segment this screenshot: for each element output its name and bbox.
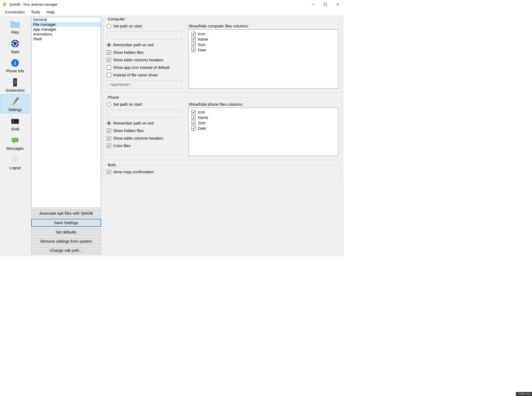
computer-show-hidden-checkbox[interactable]: Show hidden files [107,50,182,55]
checkbox-icon [107,65,111,70]
checkbox-icon [107,58,111,62]
checkbox-icon [191,43,196,47]
phone-path-input[interactable] [107,110,182,118]
checkbox-icon [107,73,111,77]
sidebar-item-label: Logcat [9,166,21,170]
category-app-manager[interactable]: App manager [31,27,101,32]
phone-columns-list: Icon Name Size Date [188,108,338,156]
label: Show app icon instead of default [113,65,170,70]
category-general[interactable]: General [31,17,101,22]
checkbox-icon [191,37,196,41]
phone-icon [9,77,22,88]
sidebar-item-phone-info[interactable]: i Phone info [1,56,30,75]
sidebar-item-label: Phone info [6,69,24,73]
sidebar-item-settings[interactable]: Settings [1,94,30,113]
category-animations[interactable]: Animations [31,32,101,37]
sidebar-item-apps[interactable]: Apps [1,36,30,55]
phone-show-headers-checkbox[interactable]: Show table columns headers [107,136,182,140]
set-defaults-button[interactable]: Set defaults [31,228,101,236]
phone-col-name[interactable]: Name [191,115,335,120]
sidebar-item-label: Files [11,30,19,34]
label: Show table columns headers [113,58,163,62]
menu-connection[interactable]: Connection [2,9,27,15]
save-settings-button[interactable]: Save Settings [31,219,101,227]
label: Remember path on exit [113,121,154,125]
svg-point-18 [17,97,19,100]
category-file-manager[interactable]: File manager [31,22,101,27]
titlebar: QtADB - Your android manager [0,0,344,9]
sidebar-item-messages[interactable]: Messages [1,133,30,152]
phone-legend: Phone [107,95,120,100]
svg-rect-25 [12,156,18,164]
computer-show-headers-checkbox[interactable]: Show table columns headers [107,58,182,62]
computer-remember-radio[interactable]: Remember path on exit [107,43,182,47]
checkbox-icon [107,144,111,148]
checkbox-icon [191,126,196,130]
phone-set-path-radio[interactable]: Set path on start: [107,102,182,107]
svg-point-8 [11,40,19,47]
menu-help[interactable]: Help [44,9,57,15]
sidebar-item-screenshot[interactable]: Screenshot [1,75,30,94]
computer-cols-label: Show/hide computer files columns: [188,24,338,28]
close-button[interactable] [331,0,344,9]
maximize-button[interactable] [319,0,331,9]
phone-col-icon[interactable]: Icon [191,110,335,114]
radio-icon [107,102,111,107]
sidebar-item-label: Messages [6,146,24,151]
sidebar-item-logcat[interactable]: Logcat [1,153,30,171]
chat-icon [9,135,22,146]
checkbox-icon [191,110,196,114]
label: Show hidden files [113,50,144,55]
settings-category-list[interactable]: General File manager App manager Animati… [31,17,101,208]
computer-col-size[interactable]: Size [191,43,335,47]
radio-icon [107,43,111,47]
app-icon [2,2,7,7]
svg-rect-22 [12,138,18,142]
show-copy-confirmation-checkbox[interactable]: show copy confirmation [107,170,338,174]
gear-icon [9,38,22,49]
svg-text:>_: >_ [12,120,15,123]
sidebar: Files Apps i Phone info Screenshot Setti… [0,16,30,256]
label: show copy confirmation [113,170,154,174]
change-sdk-path-button[interactable]: Change sdk path... [31,247,101,254]
sidebar-item-files[interactable]: Files [1,17,30,36]
computer-col-icon[interactable]: Icon [191,32,335,36]
computer-col-name[interactable]: Name [191,37,335,41]
label: Name [198,115,208,120]
svg-point-23 [14,140,15,140]
computer-instead-input[interactable] [107,80,182,89]
checkbox-icon [191,121,196,125]
computer-set-path-radio[interactable]: Set path on start: [107,24,182,28]
sidebar-item-label: Apps [11,49,19,54]
menu-tools[interactable]: Tools [28,9,43,15]
checkbox-icon [107,129,111,133]
category-shell[interactable]: Shell [31,37,101,41]
label: Name [198,37,208,41]
sidebar-item-shell[interactable]: >_ Shell [1,114,30,133]
svg-rect-1 [3,4,6,6]
phone-color-files-checkbox[interactable]: Color files [107,144,182,148]
phone-group: Phone Set path on start: Remember path o… [103,95,342,160]
label: Set path on start: [113,102,143,107]
label: Color files [113,144,130,148]
svg-rect-2 [3,4,3,6]
phone-cols-label: Show/hide phone files columns: [188,102,338,107]
phone-remember-radio[interactable]: Remember path on exit [107,121,182,125]
label: Show hidden files [113,129,144,133]
computer-app-icon-checkbox[interactable]: Show app icon instead of default [107,65,182,70]
computer-group: Computer Set path on start: Remember pat… [103,17,342,93]
phone-col-size[interactable]: Size [191,121,335,125]
computer-path-input[interactable] [107,31,182,40]
minimize-button[interactable] [307,0,319,9]
svg-rect-17 [14,79,16,85]
label: Date [198,126,206,130]
associate-apk-button[interactable]: Associate apk files with QtADB [31,210,101,217]
svg-point-24 [16,140,17,140]
computer-instead-checkbox[interactable]: Instead of file name show: [107,73,182,77]
phone-show-hidden-checkbox[interactable]: Show hidden files [107,129,182,133]
label: Set path on start: [113,24,143,28]
radio-icon [107,24,111,28]
phone-col-date[interactable]: Date [191,126,335,130]
remove-settings-button[interactable]: Remove settings from system [31,238,101,245]
computer-col-date[interactable]: Date [191,48,335,52]
